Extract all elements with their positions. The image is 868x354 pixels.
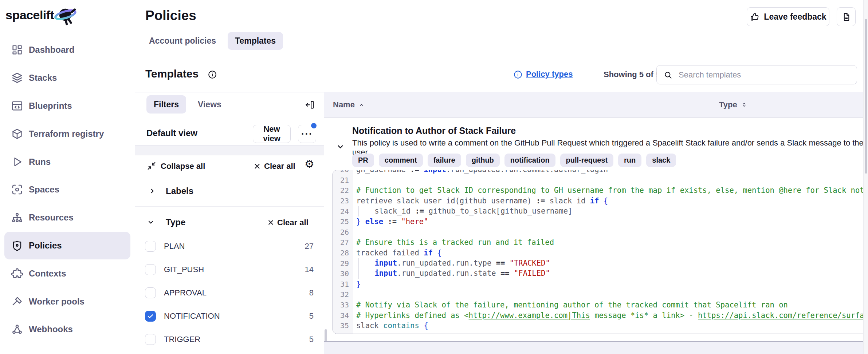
code-line: 24 slack_id := github_to_slack[github_us… bbox=[333, 206, 868, 216]
code-text: input.run_updated.run.type == "TRACKED" bbox=[353, 258, 550, 269]
code-text: # Ensure this is a tracked run and it fa… bbox=[353, 238, 554, 247]
chevron-down-icon bbox=[146, 218, 155, 227]
spacelift-logo[interactable]: spacelift bbox=[5, 4, 79, 27]
panel-divider bbox=[135, 206, 324, 207]
search-templates-box[interactable] bbox=[656, 65, 857, 84]
sort-both-icon bbox=[741, 102, 747, 108]
code-lines: 20gh_username := input.run_updated.run.c… bbox=[333, 170, 868, 331]
templates-section-title: Templates bbox=[145, 68, 199, 80]
tag: run bbox=[618, 154, 641, 167]
planet-icon bbox=[50, 4, 79, 27]
filter-option-git_push[interactable]: GIT_PUSH14 bbox=[135, 258, 324, 281]
filter-option-approval[interactable]: APPROVAL8 bbox=[135, 281, 324, 305]
table-header: Name Type bbox=[324, 92, 868, 118]
new-view-button[interactable]: New view bbox=[253, 125, 291, 143]
checkbox[interactable] bbox=[145, 287, 156, 298]
code-text: # Function to get Slack ID corresponding… bbox=[353, 186, 868, 195]
sidebar-item-label: Policies bbox=[29, 240, 62, 251]
collapse-all-button[interactable]: Collapse all bbox=[161, 162, 205, 171]
checkbox[interactable] bbox=[145, 264, 156, 275]
line-number: 21 bbox=[333, 176, 353, 184]
checkbox-checked[interactable] bbox=[145, 311, 156, 322]
terraform-registry-icon bbox=[11, 128, 23, 140]
contexts-icon bbox=[11, 267, 23, 280]
column-header-name[interactable]: Name bbox=[333, 92, 365, 118]
sidebar-item-label: Blueprints bbox=[29, 101, 72, 111]
collapse-panel-icon[interactable] bbox=[305, 99, 315, 110]
gear-icon[interactable]: ⚙ bbox=[305, 159, 314, 169]
sidebar-item-dashboard[interactable]: Dashboard bbox=[4, 36, 130, 64]
policy-code-viewer[interactable]: 20gh_username := input.run_updated.run.c… bbox=[333, 170, 868, 334]
sidebar-item-contexts[interactable]: Contexts bbox=[4, 259, 130, 287]
sidebar-item-stacks[interactable]: Stacks bbox=[4, 64, 130, 92]
tag: github bbox=[466, 154, 500, 167]
sidebar-item-resources[interactable]: Resources bbox=[4, 204, 130, 232]
search-icon bbox=[663, 70, 673, 80]
tag: pull-request bbox=[560, 154, 613, 167]
tab-templates[interactable]: Templates bbox=[228, 32, 283, 50]
search-input[interactable] bbox=[678, 70, 852, 80]
code-text: # Notify via Slack of the failure, menti… bbox=[353, 301, 788, 309]
line-number: 23 bbox=[333, 196, 353, 205]
sidebar-item-terraform-registry[interactable]: Terraform registry bbox=[4, 120, 130, 148]
brand-name: spacelift bbox=[5, 4, 54, 26]
code-line: 21 bbox=[333, 175, 868, 186]
row-expand-chevron-icon[interactable] bbox=[335, 142, 345, 152]
policy-types-link[interactable]: Policy types bbox=[526, 69, 573, 79]
filter-option-notification[interactable]: NOTIFICATION5 bbox=[135, 305, 324, 328]
sort-asc-icon bbox=[358, 102, 365, 108]
column-header-type[interactable]: Type bbox=[719, 92, 747, 118]
tag: notification bbox=[504, 154, 555, 167]
code-text: tracked_failed if { bbox=[353, 248, 442, 257]
page-title: Policies bbox=[145, 8, 196, 23]
sidebar-item-spaces[interactable]: Spaces bbox=[4, 176, 130, 204]
sidebar-item-label: Resources bbox=[29, 212, 74, 223]
type-clear-all-button[interactable]: Clear all bbox=[277, 218, 309, 227]
sidebar-item-label: Contexts bbox=[29, 269, 66, 279]
page-scrollbar-thumb[interactable] bbox=[865, 19, 867, 174]
filter-option-count: 5 bbox=[309, 311, 314, 321]
filter-option-label: GIT_PUSH bbox=[164, 265, 204, 274]
panel-gap bbox=[135, 145, 324, 155]
code-line: 34# Hyperlinks defined as <http://www.ex… bbox=[333, 310, 868, 321]
labels-section-header[interactable]: Labels bbox=[166, 186, 193, 196]
tab-filters[interactable]: Filters bbox=[146, 95, 186, 114]
sidebar-item-users[interactable] bbox=[4, 343, 130, 354]
type-clear-all-x-icon bbox=[267, 219, 275, 226]
line-number: 31 bbox=[333, 280, 353, 289]
clear-all-button[interactable]: Clear all bbox=[264, 162, 295, 171]
line-number: 32 bbox=[333, 290, 353, 299]
sidebar-item-webhooks[interactable]: Webhooks bbox=[4, 315, 130, 343]
sidebar: spacelift DashboardStacksBlueprintsTerra… bbox=[0, 0, 135, 354]
code-line: 35slack contains { bbox=[333, 321, 868, 331]
leave-feedback-button[interactable]: Leave feedback bbox=[747, 7, 829, 26]
sidebar-item-policies[interactable]: Policies bbox=[4, 232, 130, 260]
code-line: 26 bbox=[333, 227, 868, 238]
filter-option-plan[interactable]: PLAN27 bbox=[135, 235, 324, 258]
sidebar-item-worker-pools[interactable]: Worker pools bbox=[4, 287, 130, 315]
tab-views[interactable]: Views bbox=[193, 95, 226, 114]
type-section-header[interactable]: Type bbox=[166, 217, 185, 227]
line-number: 26 bbox=[333, 228, 353, 236]
view-name: Default view bbox=[146, 128, 197, 138]
checkbox[interactable] bbox=[145, 334, 156, 345]
page-scrollbar-track[interactable] bbox=[863, 0, 868, 354]
code-text: gh_username := input.run_updated.run.com… bbox=[353, 170, 608, 174]
documentation-button[interactable] bbox=[837, 7, 856, 26]
templates-info-icon[interactable] bbox=[208, 70, 217, 79]
policy-title: Notification to Author of Stack Failure bbox=[352, 126, 516, 136]
sidebar-item-label: Worker pools bbox=[29, 297, 85, 307]
sidebar-nav: DashboardStacksBlueprintsTerraform regis… bbox=[0, 36, 135, 354]
leave-feedback-label: Leave feedback bbox=[764, 12, 826, 22]
policy-types-info-icon bbox=[513, 70, 523, 79]
filter-option-trigger[interactable]: TRIGGER5 bbox=[135, 328, 324, 351]
code-line: 20gh_username := input.run_updated.run.c… bbox=[333, 170, 868, 175]
checkbox[interactable] bbox=[145, 241, 156, 252]
code-line: 22# Function to get Slack ID correspondi… bbox=[333, 185, 868, 196]
tab-account-policies[interactable]: Account policies bbox=[145, 32, 220, 50]
sidebar-item-blueprints[interactable]: Blueprints bbox=[4, 92, 130, 120]
sidebar-item-label: Spaces bbox=[29, 184, 59, 195]
sidebar-item-runs[interactable]: Runs bbox=[4, 148, 130, 176]
line-number: 35 bbox=[333, 321, 353, 330]
filter-option-count: 5 bbox=[309, 335, 314, 344]
